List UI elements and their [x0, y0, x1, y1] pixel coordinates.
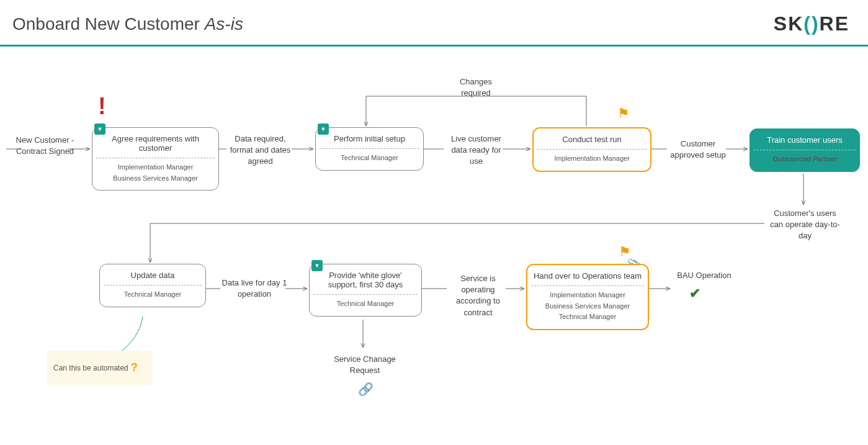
label-live-data: Live customer data ready for use [447, 133, 506, 168]
logo-part-2: RE [820, 12, 849, 35]
box-handover-title: Hand over to Operations team [531, 271, 644, 285]
role-item: Outsourced Partner [754, 154, 856, 165]
label-data-live: Data live for day 1 operation [220, 277, 289, 300]
role-item: Business Services Manager [531, 301, 644, 312]
flag-icon: ⚑ [617, 106, 630, 122]
box-conduct-test[interactable]: Conduct test run Implementation Manager [532, 127, 651, 172]
box-conduct-roles: Implementation Manager [537, 149, 647, 164]
logo-paren-open: ( [803, 12, 812, 35]
box-handover[interactable]: Hand over to Operations team Implementat… [526, 264, 649, 330]
logo-paren-close: ) [812, 12, 820, 35]
box-perform-title: Perform initial setup [320, 134, 419, 148]
label-changes-required: Changes required [448, 76, 504, 99]
link-icon[interactable]: 🔗 [358, 382, 374, 397]
box-train-users[interactable]: Train customer users Outsourced Partner [749, 128, 860, 172]
role-item: Implementation Manager [531, 290, 644, 301]
dropdown-badge-icon[interactable] [311, 260, 323, 271]
box-update-title: Update data [104, 271, 202, 285]
label-service-change: Service Chanage Request [328, 354, 402, 376]
box-perform-setup[interactable]: Perform initial setup Technical Manager [315, 127, 424, 171]
label-customer-approved: Customer approved setup [667, 138, 729, 161]
box-update-roles: Technical Manager [104, 285, 202, 300]
sticky-note[interactable]: Can this be automated ? [47, 351, 153, 385]
box-handover-roles: Implementation Manager Business Services… [531, 285, 644, 323]
label-service-operating: Service is operating according to contra… [449, 273, 508, 318]
skore-logo: SK()RE [774, 12, 849, 35]
dropdown-badge-icon[interactable] [318, 124, 329, 135]
box-perform-roles: Technical Manager [320, 148, 419, 164]
header: Onboard New Customer As-is SK()RE [0, 0, 868, 45]
box-agree-roles: Implementation Manager Business Services… [96, 158, 215, 184]
logo-part-1: SK [774, 12, 803, 35]
sticky-text: Can this be automated [53, 364, 128, 372]
box-train-roles: Outsourced Partner [754, 150, 856, 165]
title-main: Onboard New Customer [12, 14, 205, 34]
label-start: New Customer - Contract Signed [6, 135, 84, 157]
box-agree-title: Agree requirements with customer [96, 134, 215, 158]
title-italic: As-is [205, 14, 243, 34]
diagram-canvas: New Customer - Contract Signed ! Agree r… [0, 59, 868, 445]
box-whiteglove-title: Provide 'white glove' support, first 30 … [313, 271, 418, 294]
role-item: Business Services Manager [96, 173, 215, 184]
role-item: Implementation Manager [96, 162, 215, 173]
flag-icon: ⚑ [619, 244, 631, 260]
box-white-glove[interactable]: Provide 'white glove' support, first 30 … [309, 264, 422, 317]
exclaim-icon: ! [98, 93, 106, 120]
box-whiteglove-roles: Technical Manager [313, 294, 418, 310]
box-train-title: Train customer users [754, 135, 856, 150]
dropdown-badge-icon[interactable] [94, 124, 105, 135]
label-data-required: Data required, format and dates agreed [225, 133, 296, 168]
box-update-data[interactable]: Update data Technical Manager [99, 264, 206, 307]
header-divider [0, 45, 868, 47]
page-title: Onboard New Customer As-is [12, 14, 243, 34]
role-item: Implementation Manager [537, 153, 647, 164]
box-agree-requirements[interactable]: Agree requirements with customer Impleme… [92, 127, 219, 191]
role-item: Technical Manager [531, 312, 644, 323]
question-icon: ? [131, 361, 138, 374]
role-item: Technical Manager [104, 289, 202, 300]
box-conduct-title: Conduct test run [537, 135, 647, 149]
role-item: Technical Manager [320, 153, 419, 164]
role-item: Technical Manager [313, 299, 418, 310]
arrows-layer [0, 59, 868, 445]
check-icon: ✔ [689, 285, 700, 302]
label-bau: BAU Operation [670, 270, 738, 281]
label-users-operate: Customer's users can operate day-to-day [766, 208, 844, 242]
